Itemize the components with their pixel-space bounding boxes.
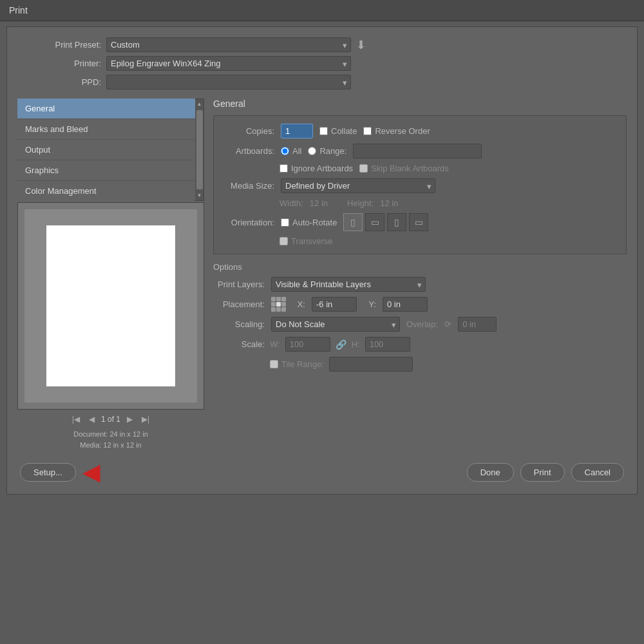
placement-grid-icon[interactable] xyxy=(271,297,286,312)
ignore-artboards-checkbox[interactable] xyxy=(279,164,288,173)
artboards-row: Artboards: All Range: xyxy=(223,144,617,158)
h-input[interactable] xyxy=(365,337,410,352)
landscape-button[interactable]: ▭ xyxy=(365,213,384,231)
scale-row: Scale: W: 🔗 H: xyxy=(213,337,627,352)
first-page-button[interactable]: |◀ xyxy=(70,413,82,425)
sidebar-item-graphics[interactable]: Graphics xyxy=(17,160,195,181)
transverse-label: Transverse xyxy=(279,236,333,246)
print-layers-select[interactable]: Visible & Printable Layers xyxy=(271,277,426,292)
media-size: Media: 12 in x 12 in xyxy=(17,440,204,451)
setup-area: Setup... ◀ xyxy=(20,460,100,484)
cancel-button[interactable]: Cancel xyxy=(571,463,624,482)
preview-artboard xyxy=(46,225,175,386)
setup-button[interactable]: Setup... xyxy=(20,463,76,482)
print-layers-row: Print Layers: Visible & Printable Layers xyxy=(213,277,627,292)
scroll-up-icon[interactable]: ▲ xyxy=(197,99,202,109)
print-preset-label: Print Preset: xyxy=(43,40,101,50)
red-arrow-icon: ◀ xyxy=(82,460,100,484)
media-size-select[interactable]: Defined by Driver xyxy=(281,178,435,193)
window-title: Print xyxy=(9,5,28,15)
print-layers-label: Print Layers: xyxy=(213,279,265,289)
copies-label: Copies: xyxy=(223,126,274,136)
orientation-row: Orientation: Auto-Rotate ▯ ▭ ▯ ▭ xyxy=(223,213,617,231)
tile-range-checkbox[interactable] xyxy=(270,360,278,368)
dimensions-row: Width: 12 in Height: 12 in xyxy=(223,198,617,208)
media-size-wrapper: Defined by Driver xyxy=(281,178,435,193)
h-label: H: xyxy=(352,339,360,349)
scale-label: Scale: xyxy=(213,339,265,349)
document-size: Document: 24 in x 12 in xyxy=(17,429,204,440)
print-layers-wrapper: Visible & Printable Layers xyxy=(271,277,426,292)
general-field-group: Copies: Collate Reverse Order Artboards: xyxy=(213,115,627,254)
reverse-order-checkbox-label: Reverse Order xyxy=(363,126,430,136)
options-section: Options Print Layers: Visible & Printabl… xyxy=(213,262,627,372)
bottom-bar: Setup... ◀ Done Print Cancel xyxy=(17,460,627,484)
prev-page-button[interactable]: ◀ xyxy=(86,413,97,425)
media-size-label: Media Size: xyxy=(223,181,274,191)
range-radio[interactable] xyxy=(308,147,316,155)
orientation-buttons: ▯ ▭ ▯ ▭ xyxy=(343,213,428,231)
transverse-row: Transverse xyxy=(223,236,617,246)
scaling-wrapper: Do Not Scale xyxy=(271,317,400,332)
ppd-label: PPD: xyxy=(43,77,101,87)
tile-range-input[interactable] xyxy=(329,357,413,372)
transverse-checkbox[interactable] xyxy=(279,237,288,245)
action-buttons: Done Print Cancel xyxy=(467,463,624,482)
sidebar-item-general[interactable]: General xyxy=(17,99,195,119)
y-input[interactable] xyxy=(383,297,428,312)
auto-rotate-label: Auto-Rotate xyxy=(281,218,337,227)
collate-checkbox-label: Collate xyxy=(319,126,357,136)
portrait-flip-button[interactable]: ▯ xyxy=(387,213,406,231)
scaling-label: Scaling: xyxy=(213,319,265,329)
height-value: 12 in xyxy=(380,198,398,208)
copies-row: Copies: Collate Reverse Order xyxy=(223,124,617,138)
nav-panel: General Marks and Bleed Output Graphics … xyxy=(17,99,204,201)
sidebar-item-marks-bleed[interactable]: Marks and Bleed xyxy=(17,119,195,140)
landscape-flip-button[interactable]: ▭ xyxy=(409,213,428,231)
media-size-row: Media Size: Defined by Driver xyxy=(223,178,617,193)
printer-wrapper: Epilog Engraver WinX64 Zing xyxy=(106,56,351,71)
doc-info: Document: 24 in x 12 in Media: 12 in x 1… xyxy=(17,429,204,450)
scroll-down-icon[interactable]: ▼ xyxy=(197,191,202,200)
ppd-wrapper xyxy=(106,75,351,90)
scroll-thumb[interactable] xyxy=(196,110,203,189)
printer-label: Printer: xyxy=(43,59,101,68)
ignore-artboards-label: Ignore Artboards xyxy=(279,164,353,173)
overlap-input[interactable] xyxy=(458,317,497,332)
ignore-artboards-row: Ignore Artboards Skip Blank Artboards xyxy=(223,164,617,173)
copies-input[interactable] xyxy=(281,124,313,138)
collate-checkbox[interactable] xyxy=(319,127,328,135)
print-button[interactable]: Print xyxy=(520,463,565,482)
all-radio[interactable] xyxy=(281,147,289,155)
done-button[interactable]: Done xyxy=(467,463,514,482)
page-indicator: 1 of 1 xyxy=(101,415,120,424)
printer-select[interactable]: Epilog Engraver WinX64 Zing xyxy=(106,56,351,71)
auto-rotate-checkbox[interactable] xyxy=(281,218,289,227)
range-input[interactable] xyxy=(353,144,482,158)
portrait-button[interactable]: ▯ xyxy=(343,213,363,231)
ppd-select[interactable] xyxy=(106,75,351,90)
tile-range-row: Tile Range: xyxy=(213,357,627,372)
print-preset-select[interactable]: Custom xyxy=(106,37,351,52)
w-input[interactable] xyxy=(285,337,330,352)
next-page-button[interactable]: ▶ xyxy=(124,413,135,425)
reverse-order-checkbox[interactable] xyxy=(363,127,372,135)
width-value: 12 in xyxy=(310,198,328,208)
y-label: Y: xyxy=(363,299,376,309)
skip-blank-checkbox[interactable] xyxy=(359,164,368,173)
print-preset-wrapper: Custom xyxy=(106,37,351,52)
scaling-select[interactable]: Do Not Scale xyxy=(271,317,400,332)
sidebar-item-color-management[interactable]: Color Management xyxy=(17,181,195,201)
arrow-indicator: ◀ xyxy=(82,460,100,484)
pagination-bar: |◀ ◀ 1 of 1 ▶ ▶| xyxy=(17,410,204,429)
save-preset-icon[interactable]: ⬇ xyxy=(356,38,366,52)
last-page-button[interactable]: ▶| xyxy=(139,413,152,425)
nav-scrollbar[interactable]: ▲ ▼ xyxy=(195,99,204,201)
preview-canvas xyxy=(24,209,197,402)
w-label: W: xyxy=(270,339,280,349)
x-input[interactable] xyxy=(312,297,357,312)
tile-range-label: Tile Range: xyxy=(270,359,324,369)
overlap-label: Overlap: xyxy=(406,319,438,329)
x-label: X: xyxy=(292,299,305,309)
sidebar-item-output[interactable]: Output xyxy=(17,140,195,160)
